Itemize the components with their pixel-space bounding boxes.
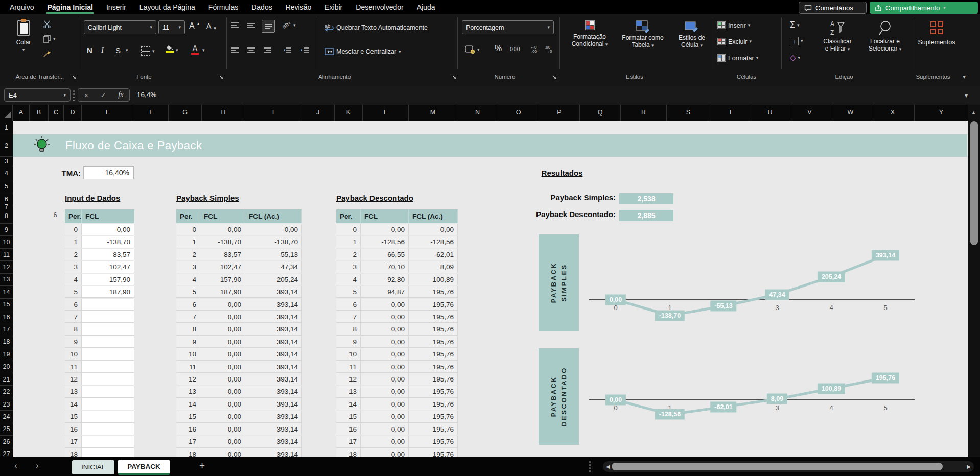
- table-cell[interactable]: 393,14: [245, 336, 302, 348]
- column-header-J[interactable]: J: [301, 105, 335, 121]
- row-header-3[interactable]: 3: [0, 157, 13, 166]
- table-cell[interactable]: [82, 323, 134, 335]
- table-cell[interactable]: 10: [336, 348, 361, 360]
- table-cell[interactable]: 0,00: [361, 336, 409, 348]
- underline-button[interactable]: S: [115, 46, 121, 55]
- column-header-W[interactable]: W: [830, 105, 871, 121]
- column-header-R[interactable]: R: [621, 105, 667, 121]
- table-cell[interactable]: 3: [336, 261, 361, 273]
- table-cell[interactable]: 100,89: [409, 274, 458, 285]
- table-cell[interactable]: 18: [176, 448, 200, 457]
- row-header-27[interactable]: 27: [0, 448, 13, 457]
- row-header-16[interactable]: 16: [0, 311, 13, 323]
- row-header-2[interactable]: 2: [0, 134, 13, 157]
- table-cell[interactable]: [82, 423, 134, 435]
- sort-filter-button[interactable]: AZ Classificar e Filtrar ▾: [816, 19, 858, 52]
- table-cell[interactable]: 393,14: [245, 348, 302, 360]
- row-header-9[interactable]: 9: [0, 224, 13, 236]
- row-header-13[interactable]: 13: [0, 274, 13, 286]
- next-sheet-arrow-icon[interactable]: ›: [36, 461, 39, 471]
- row-header-17[interactable]: 17: [0, 323, 13, 336]
- table-cell[interactable]: 0,00: [200, 386, 245, 397]
- table-cell[interactable]: 205,24: [245, 274, 302, 285]
- table-cell[interactable]: [82, 348, 134, 360]
- table-cell[interactable]: 4: [65, 274, 82, 285]
- table-cell[interactable]: 7: [336, 311, 361, 323]
- cut-button[interactable]: [43, 20, 52, 28]
- column-header-U[interactable]: U: [751, 105, 789, 121]
- row-header-4[interactable]: 4: [0, 166, 13, 180]
- horizontal-scroll-thumb[interactable]: [612, 463, 943, 470]
- table-cell[interactable]: 12: [336, 373, 361, 385]
- increase-indent-icon[interactable]: [300, 47, 309, 53]
- table-cell[interactable]: -128,56: [361, 236, 409, 248]
- table-cell[interactable]: 3: [176, 261, 200, 273]
- paste-button[interactable]: Colar ▾: [10, 18, 37, 52]
- row-header-18[interactable]: 18: [0, 336, 13, 348]
- table-cell[interactable]: 14: [176, 398, 200, 410]
- table-cell[interactable]: 0,00: [200, 224, 245, 235]
- table-cell[interactable]: 393,14: [245, 299, 302, 311]
- align-left-icon[interactable]: [231, 47, 239, 53]
- table-cell[interactable]: 0,00: [200, 411, 245, 422]
- column-header-N[interactable]: N: [457, 105, 498, 121]
- table-cell[interactable]: 393,14: [245, 398, 302, 410]
- row-header-23[interactable]: 23: [0, 398, 13, 411]
- font-name-select[interactable]: Calibri Light▾: [84, 20, 156, 34]
- row-header-24[interactable]: 24: [0, 411, 13, 423]
- table-cell[interactable]: 102,47: [200, 261, 245, 273]
- table-cell[interactable]: -138,70: [200, 236, 245, 248]
- table-cell[interactable]: 15: [336, 411, 361, 422]
- table-cell[interactable]: 14: [336, 398, 361, 410]
- menu-tab-layout-da-p-gina[interactable]: Layout da Página: [133, 0, 202, 14]
- table-cell[interactable]: 11: [176, 361, 200, 373]
- row-header-8[interactable]: 8: [0, 208, 13, 224]
- add-sheet-button[interactable]: +: [199, 460, 205, 471]
- align-center-icon[interactable]: [247, 47, 255, 53]
- insert-cells-button[interactable]: Inserir▾: [717, 21, 750, 29]
- table-cell[interactable]: 9: [176, 336, 200, 348]
- table-cell[interactable]: 0,00: [361, 311, 409, 323]
- table-cell[interactable]: 195,76: [409, 286, 458, 298]
- addins-button[interactable]: Suplementos: [919, 21, 954, 46]
- select-all-button[interactable]: [0, 105, 13, 121]
- table-cell[interactable]: 0,00: [361, 423, 409, 435]
- table-cell[interactable]: 9: [65, 336, 82, 348]
- sheet-tab-payback[interactable]: PAYBACK: [118, 460, 170, 475]
- row-header-21[interactable]: 21: [0, 373, 13, 386]
- table-cell[interactable]: 0,00: [361, 323, 409, 335]
- table-cell[interactable]: 18: [65, 448, 82, 457]
- table-cell[interactable]: 0,00: [361, 398, 409, 410]
- table-cell[interactable]: 393,14: [245, 361, 302, 373]
- align-top-icon[interactable]: [231, 22, 239, 29]
- alignment-dialog-launcher[interactable]: [452, 75, 457, 80]
- table-cell[interactable]: -62,01: [409, 249, 458, 260]
- percent-style-button[interactable]: %: [495, 44, 502, 53]
- table-cell[interactable]: 83,57: [200, 249, 245, 260]
- table-cell[interactable]: 83,57: [82, 249, 134, 260]
- table-cell[interactable]: 393,14: [245, 311, 302, 323]
- table-cell[interactable]: 393,14: [245, 448, 302, 457]
- menu-tab-arquivo[interactable]: Arquivo: [3, 0, 40, 14]
- number-format-select[interactable]: Porcentagem▾: [462, 20, 554, 34]
- increase-decimal-button[interactable]: ←0,00: [530, 44, 542, 53]
- table-cell[interactable]: 13: [176, 386, 200, 397]
- table-cell[interactable]: 66,55: [361, 249, 409, 260]
- column-header-A[interactable]: A: [13, 105, 30, 121]
- scroll-right-arrow-icon[interactable]: ▶: [967, 463, 971, 470]
- format-painter-button[interactable]: [43, 49, 52, 58]
- table-cell[interactable]: 2: [336, 249, 361, 260]
- table-cell[interactable]: 7: [65, 311, 82, 323]
- decrease-font-button[interactable]: A▾: [206, 21, 216, 31]
- table-cell[interactable]: [82, 436, 134, 447]
- table-cell[interactable]: 195,76: [409, 348, 458, 360]
- table-cell[interactable]: 0,00: [200, 436, 245, 447]
- wrap-text-button[interactable]: ab Quebrar Texto Automaticamente: [325, 23, 428, 32]
- row-header-26[interactable]: 26: [0, 436, 13, 448]
- table-cell[interactable]: 1: [336, 236, 361, 248]
- table-cell[interactable]: -138,70: [82, 236, 134, 248]
- table-cell[interactable]: 9: [336, 336, 361, 348]
- formula-bar-handle[interactable]: [73, 90, 75, 92]
- align-right-icon[interactable]: [264, 47, 271, 53]
- table-cell[interactable]: 0,00: [200, 299, 245, 311]
